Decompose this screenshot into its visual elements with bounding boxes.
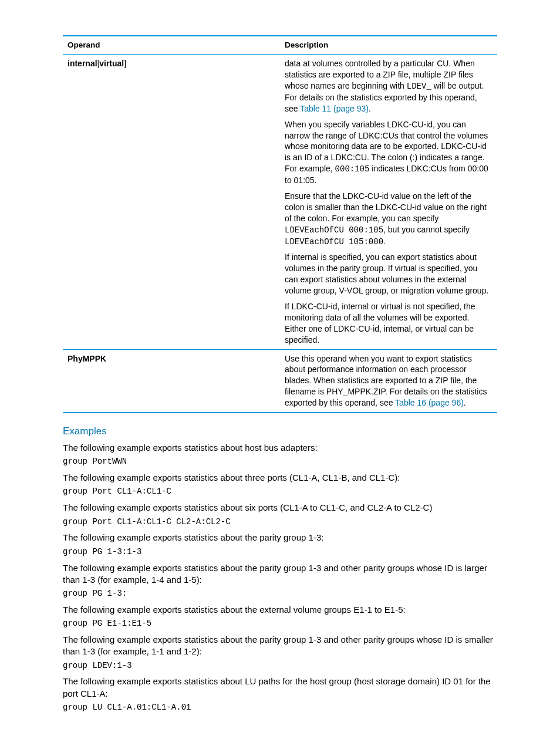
example-code: group PortWWN <box>63 456 497 467</box>
cell-operand: PhyMPPK <box>63 349 280 413</box>
example-code: group LDEV:1-3 <box>63 660 497 671</box>
example-text: The following example exports statistics… <box>63 634 497 658</box>
table-row: internal|virtual] data at volumes contro… <box>63 55 497 349</box>
example-text: The following example exports statistics… <box>63 676 497 700</box>
example-code: group PG 1-3:1-3 <box>63 546 497 558</box>
example-code: group PG 1-3: <box>63 588 497 599</box>
operand-close: ] <box>124 59 126 68</box>
desc-p: Ensure that the LDKC-CU-id value on the … <box>285 191 492 247</box>
example-text: The following example exports statistics… <box>63 604 497 616</box>
example-text: The following example exports statistics… <box>63 472 497 484</box>
desc-p: If internal is specified, you can export… <box>285 252 492 296</box>
cell-description: data at volumes controlled by a particul… <box>280 55 497 349</box>
table-row: PhyMPPK Use this operand when you want t… <box>63 349 497 413</box>
example-code: group Port CL1-A:CL1-C CL2-A:CL2-C <box>63 517 497 528</box>
link-table16[interactable]: Table 16 (page 96) <box>395 398 464 407</box>
operand-table: Operand Description internal|virtual] da… <box>63 35 497 413</box>
example-text: The following example exports statistics… <box>63 532 497 544</box>
example-code: group Port CL1-A:CL1-C <box>63 486 497 497</box>
examples-heading: Examples <box>63 425 497 438</box>
example-text: The following example exports statistics… <box>63 442 497 454</box>
link-table11[interactable]: Table 11 (page 93) <box>300 104 369 113</box>
operand-text: internal <box>68 59 97 68</box>
desc-p: When you specify variables LDKC-CU-id, y… <box>285 119 492 186</box>
example-text: The following example exports statistics… <box>63 562 497 586</box>
examples-section: Examples The following example exports s… <box>63 425 497 713</box>
cell-description: Use this operand when you want to export… <box>280 349 497 413</box>
desc-p: If LDKC-CU-id, internal or virtual is no… <box>285 301 492 346</box>
example-code: group PG E1-1:E1-5 <box>63 618 497 629</box>
desc-p: Use this operand when you want to export… <box>285 353 492 409</box>
th-description: Description <box>280 36 497 55</box>
desc-p: data at volumes controlled by a particul… <box>285 58 492 114</box>
operand-text: virtual <box>99 59 124 68</box>
example-text: The following example exports statistics… <box>63 502 497 514</box>
th-operand: Operand <box>63 36 280 55</box>
cell-operand: internal|virtual] <box>63 55 280 349</box>
example-code: group LU CL1-A.01:CL1-A.01 <box>63 702 497 713</box>
